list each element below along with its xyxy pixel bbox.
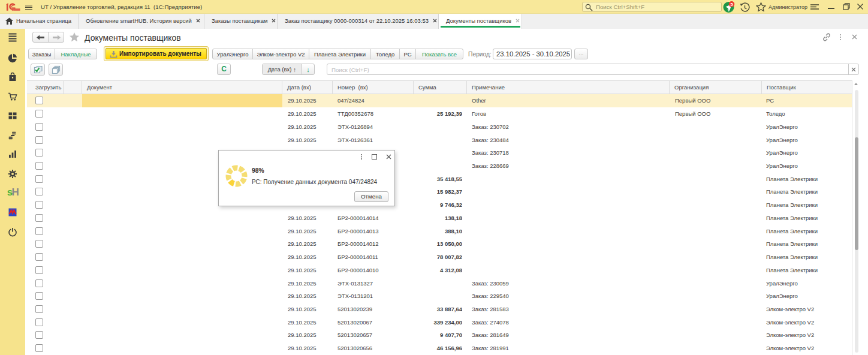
svg-text:5: 5 xyxy=(730,2,733,7)
